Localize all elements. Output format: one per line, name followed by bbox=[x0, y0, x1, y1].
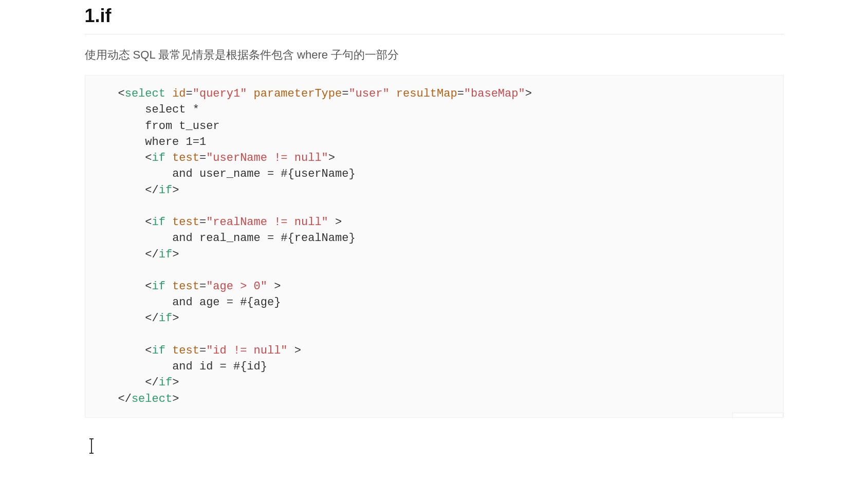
section-heading: 1.if bbox=[85, 0, 784, 34]
code-block[interactable]: <select id="query1" parameterType="user"… bbox=[85, 75, 784, 418]
editor-empty-line[interactable] bbox=[85, 438, 784, 459]
text-cursor-icon bbox=[91, 438, 92, 454]
code-language-label: xml bbox=[732, 413, 783, 417]
code-content: <select id="query1" parameterType="user"… bbox=[118, 87, 532, 405]
section-description: 使用动态 SQL 最常见情景是根据条件包含 where 子句的一部分 bbox=[85, 46, 784, 64]
